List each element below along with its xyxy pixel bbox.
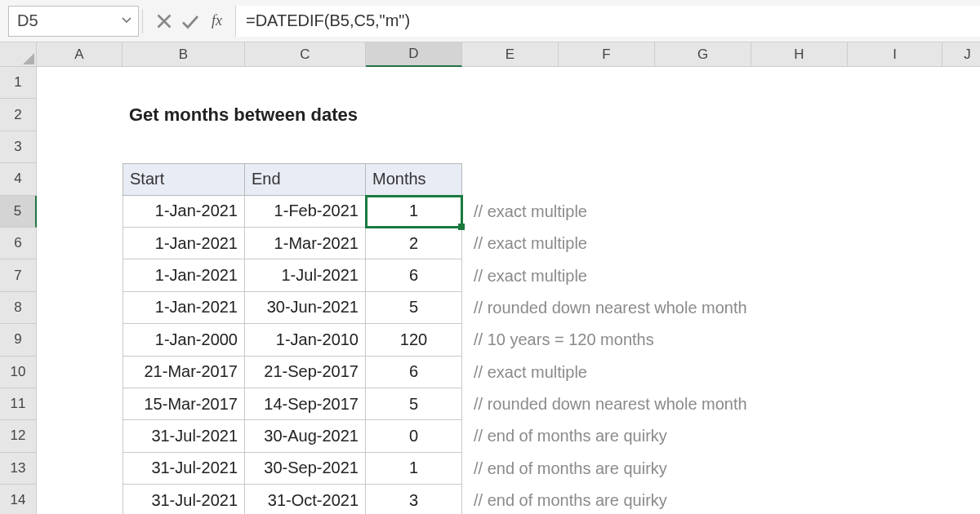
row-header-12[interactable]: 12: [0, 420, 37, 452]
cancel-icon[interactable]: [154, 11, 174, 31]
cell-I1[interactable]: [848, 67, 942, 99]
column-header-E[interactable]: E: [462, 42, 559, 67]
fill-handle[interactable]: [458, 224, 465, 230]
cell-start-10[interactable]: 21-Mar-2017: [122, 357, 245, 388]
cell-A2[interactable]: [37, 99, 122, 131]
row-header-13[interactable]: 13: [0, 453, 37, 485]
cell-E3[interactable]: [462, 131, 559, 163]
column-header-B[interactable]: B: [122, 42, 245, 67]
cell-end-13[interactable]: 30-Sep-2021: [245, 453, 366, 485]
cell-D3[interactable]: [366, 131, 462, 163]
cell-months-13[interactable]: 1: [366, 453, 462, 485]
cell-I4[interactable]: [848, 163, 942, 195]
chevron-down-icon[interactable]: [122, 15, 131, 28]
cell-B3[interactable]: [122, 131, 245, 163]
cell-C3[interactable]: [245, 131, 366, 163]
row-header-14[interactable]: 14: [0, 485, 37, 514]
fx-icon[interactable]: fx: [207, 12, 227, 29]
cell-end-8[interactable]: 30-Jun-2021: [245, 292, 366, 324]
cell-months-10[interactable]: 6: [366, 357, 462, 388]
cell-G1[interactable]: [655, 67, 751, 99]
row-header-8[interactable]: 8: [0, 292, 37, 324]
cell-A13[interactable]: [37, 453, 122, 485]
cell-start-11[interactable]: 15-Mar-2017: [122, 388, 245, 420]
column-header-I[interactable]: I: [848, 42, 942, 67]
column-header-H[interactable]: H: [751, 42, 848, 67]
formula-input[interactable]: [235, 6, 980, 37]
row-header-1[interactable]: 1: [0, 67, 37, 99]
cell-F3[interactable]: [559, 131, 655, 163]
row-header-9[interactable]: 9: [0, 324, 37, 356]
cell-J1[interactable]: [942, 67, 980, 99]
cell-J4[interactable]: [942, 163, 980, 195]
cell-months-14[interactable]: 3: [366, 485, 462, 514]
row-header-6[interactable]: 6: [0, 228, 37, 259]
cell-start-7[interactable]: 1-Jan-2021: [122, 259, 245, 291]
cell-H1[interactable]: [751, 67, 848, 99]
row-header-11[interactable]: 11: [0, 388, 37, 420]
column-header-D[interactable]: D: [366, 42, 462, 67]
cell-months-6[interactable]: 2: [366, 228, 462, 259]
cell-end-9[interactable]: 1-Jan-2010: [245, 324, 366, 356]
column-header-C[interactable]: C: [245, 42, 366, 67]
cell-A8[interactable]: [37, 292, 122, 324]
cell-H4[interactable]: [751, 163, 848, 195]
row-header-3[interactable]: 3: [0, 131, 37, 163]
cell-months-7[interactable]: 6: [366, 259, 462, 291]
select-all-corner[interactable]: [0, 42, 37, 67]
cell-end-12[interactable]: 30-Aug-2021: [245, 420, 366, 452]
cell-H3[interactable]: [751, 131, 848, 163]
column-header-J[interactable]: J: [942, 42, 980, 67]
row-header-2[interactable]: 2: [0, 99, 37, 131]
cell-A11[interactable]: [37, 388, 122, 420]
cell-start-6[interactable]: 1-Jan-2021: [122, 228, 245, 259]
cell-start-5[interactable]: 1-Jan-2021: [122, 196, 245, 228]
cell-G3[interactable]: [655, 131, 751, 163]
cell-start-9[interactable]: 1-Jan-2000: [122, 324, 245, 356]
cell-A10[interactable]: [37, 357, 122, 388]
cell-A9[interactable]: [37, 324, 122, 356]
cell-G4[interactable]: [655, 163, 751, 195]
cell-start-8[interactable]: 1-Jan-2021: [122, 292, 245, 324]
cell-A7[interactable]: [37, 259, 122, 291]
enter-icon[interactable]: [180, 11, 200, 31]
cell-B1[interactable]: [122, 67, 245, 99]
cell-C1[interactable]: [245, 67, 366, 99]
cell-start-12[interactable]: 31-Jul-2021: [122, 420, 245, 452]
cell-F1[interactable]: [559, 67, 655, 99]
cell-E1[interactable]: [462, 67, 559, 99]
cell-I3[interactable]: [848, 131, 942, 163]
cell-D1[interactable]: [366, 67, 462, 99]
cell-A6[interactable]: [37, 228, 122, 259]
cell-start-13[interactable]: 31-Jul-2021: [122, 453, 245, 485]
cell-months-5[interactable]: 1: [366, 196, 462, 228]
cell-A12[interactable]: [37, 420, 122, 452]
cell-end-14[interactable]: 31-Oct-2021: [245, 485, 366, 514]
column-header-A[interactable]: A: [37, 42, 122, 67]
row-header-7[interactable]: 7: [0, 259, 37, 291]
cell-months-11[interactable]: 5: [366, 388, 462, 420]
row-header-10[interactable]: 10: [0, 357, 37, 388]
cell-A3[interactable]: [37, 131, 122, 163]
cell-end-10[interactable]: 21-Sep-2017: [245, 357, 366, 388]
cell-end-6[interactable]: 1-Mar-2021: [245, 228, 366, 259]
cell-start-14[interactable]: 31-Jul-2021: [122, 485, 245, 514]
cell-J3[interactable]: [942, 131, 980, 163]
column-header-G[interactable]: G: [655, 42, 751, 67]
cell-end-11[interactable]: 14-Sep-2017: [245, 388, 366, 420]
cell-end-5[interactable]: 1-Feb-2021: [245, 196, 366, 228]
column-header-F[interactable]: F: [559, 42, 655, 67]
row-header-5[interactable]: 5: [0, 196, 37, 228]
cell-A1[interactable]: [37, 67, 122, 99]
cell-months-8[interactable]: 5: [366, 292, 462, 324]
cell-A4[interactable]: [37, 163, 122, 195]
cell-months-12[interactable]: 0: [366, 420, 462, 452]
cell-E4[interactable]: [462, 163, 559, 195]
cell-A14[interactable]: [37, 485, 122, 514]
cell-F4[interactable]: [559, 163, 655, 195]
cell-months-9[interactable]: 120: [366, 324, 462, 356]
row-header-4[interactable]: 4: [0, 163, 37, 195]
name-box[interactable]: D5: [8, 6, 139, 37]
cell-A5[interactable]: [37, 196, 122, 228]
cell-end-7[interactable]: 1-Jul-2021: [245, 259, 366, 291]
